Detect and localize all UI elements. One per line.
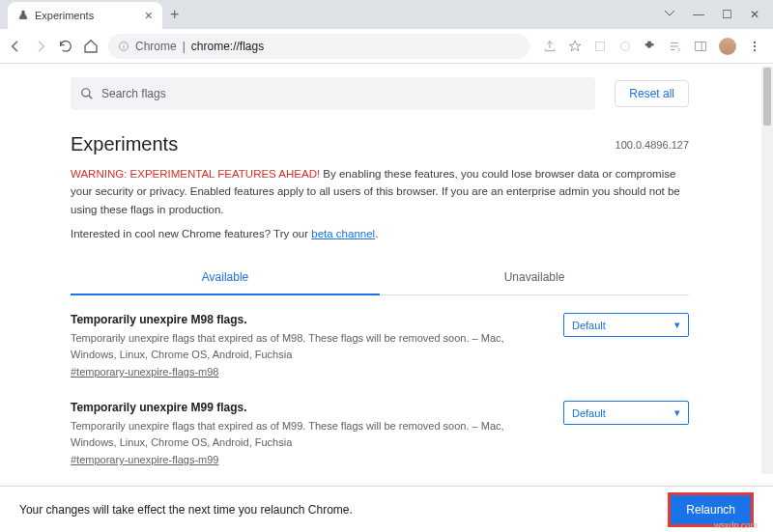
version-text: 100.0.4896.127 (616, 139, 689, 151)
scrollbar[interactable] (761, 66, 773, 474)
tabs: Available Unavailable (71, 261, 689, 295)
search-placeholder: Search flags (101, 87, 166, 100)
tab-unavailable[interactable]: Unavailable (380, 261, 689, 295)
extensions-icon[interactable] (644, 40, 657, 53)
star-icon[interactable] (568, 40, 582, 53)
site-info-icon[interactable] (118, 41, 129, 52)
beta-channel-link[interactable]: beta channel (311, 228, 375, 239)
menu-icon[interactable] (748, 40, 761, 53)
search-input[interactable]: Search flags (71, 77, 595, 110)
warning-text: WARNING: EXPERIMENTAL FEATURES AHEAD! By… (71, 165, 689, 218)
reload-icon[interactable] (58, 39, 73, 54)
flag-select[interactable]: Default▾ (563, 313, 689, 337)
flag-hash-link[interactable]: #temporary-unexpire-flags-m99 (71, 454, 218, 465)
tab-close-icon[interactable]: × (145, 8, 153, 23)
reading-list-icon[interactable] (669, 40, 682, 53)
address-bar[interactable]: Chrome | chrome://flags (108, 34, 530, 59)
flag-row: Temporarily unexpire M99 flags. Temporar… (71, 383, 689, 471)
back-icon[interactable] (8, 39, 23, 54)
chevron-down-icon[interactable] (664, 8, 675, 19)
flag-desc: Temporarily unexpire flags that expired … (71, 330, 544, 362)
svg-rect-3 (696, 42, 706, 50)
search-icon (80, 87, 94, 100)
forward-icon (33, 39, 48, 54)
titlebar: Experiments × + — ☐ ✕ (0, 0, 773, 29)
svg-point-6 (754, 48, 756, 50)
address-path: chrome://flags (191, 40, 264, 53)
svg-rect-1 (595, 42, 604, 50)
share-icon[interactable] (543, 40, 557, 53)
square-icon[interactable] (593, 40, 607, 53)
flag-title: Temporarily unexpire M99 flags. (71, 401, 544, 414)
avatar[interactable] (719, 38, 736, 55)
flag-row: Temporarily unexpire M98 flags. Temporar… (71, 295, 689, 383)
flag-desc: Temporarily unexpire flags that expired … (71, 418, 544, 450)
svg-point-5 (754, 44, 756, 46)
chevron-down-icon: ▾ (674, 319, 680, 331)
circle-icon[interactable] (618, 40, 632, 53)
maximize-icon[interactable]: ☐ (722, 8, 732, 21)
svg-point-4 (754, 41, 756, 42)
tab-available[interactable]: Available (71, 261, 380, 295)
flag-hash-link[interactable]: #temporary-unexpire-flags-m98 (71, 366, 218, 378)
reset-all-button[interactable]: Reset all (615, 80, 689, 107)
flag-title: Temporarily unexpire M98 flags. (71, 313, 544, 326)
browser-tab[interactable]: Experiments × (8, 2, 162, 29)
tab-title: Experiments (35, 10, 139, 21)
close-icon[interactable]: ✕ (750, 8, 759, 21)
flask-icon (17, 10, 29, 21)
interest-text: Interested in cool new Chrome features? … (71, 228, 689, 239)
svg-point-2 (620, 42, 629, 50)
page-title: Experiments (71, 133, 689, 155)
address-origin: Chrome (135, 40, 177, 53)
watermark: wsxdn.com (714, 520, 758, 530)
scrollbar-thumb[interactable] (763, 68, 771, 126)
minimize-icon[interactable]: — (693, 8, 704, 21)
flag-select[interactable]: Default▾ (563, 401, 689, 425)
svg-point-7 (82, 89, 90, 97)
bottom-bar: Your changes will take effect the next t… (0, 486, 773, 532)
flag-row: Override software rendering list Overrid… (71, 471, 689, 474)
chevron-down-icon: ▾ (674, 406, 680, 419)
sidepanel-icon[interactable] (694, 40, 707, 53)
new-tab-button[interactable]: + (170, 6, 179, 23)
home-icon[interactable] (83, 39, 99, 54)
window-controls: — ☐ ✕ (664, 8, 773, 21)
toolbar: Chrome | chrome://flags (0, 29, 773, 64)
relaunch-message: Your changes will take effect the next t… (19, 503, 668, 517)
